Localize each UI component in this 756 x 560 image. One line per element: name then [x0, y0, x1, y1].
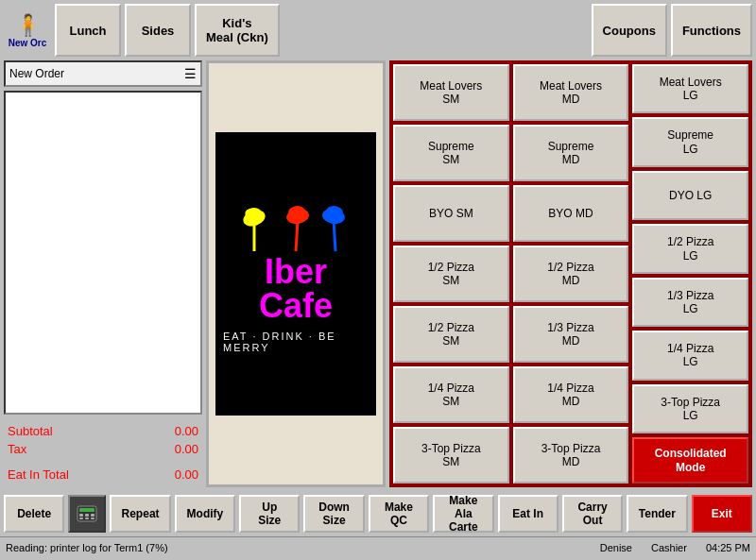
- svg-rect-17: [79, 518, 83, 519]
- tax-label: Tax: [8, 442, 26, 456]
- svg-line-8: [334, 221, 335, 251]
- eat-in-total-value: 0.00: [175, 467, 198, 482]
- menu-btn-byo-md[interactable]: BYO MD: [513, 185, 629, 242]
- up-size-button[interactable]: Up Size: [239, 495, 300, 533]
- app-logo: 🧍 New Orc: [4, 4, 51, 57]
- menu-column-small: Meat LoversSM SupremeSM BYO SM 1/2 Pizza…: [393, 64, 509, 484]
- tender-button[interactable]: Tender: [627, 495, 687, 533]
- menu-btn-supreme-md[interactable]: SupremeMD: [513, 125, 629, 181]
- svg-point-11: [326, 206, 341, 217]
- logo-text: Iber Cafe: [223, 255, 369, 323]
- totals: Subtotal 0.00 Tax 0.00 Eat In Total 0.00: [4, 418, 202, 487]
- consolidated-mode-btn[interactable]: ConsolidatedMode: [632, 437, 748, 484]
- menu-btn-quarter-pizza-sm[interactable]: 1/4 PizzaSM: [393, 366, 509, 423]
- bottom-toolbar: Delete Repeat Modify Up Size Down Size M…: [0, 491, 756, 536]
- palm-red: [277, 195, 315, 251]
- svg-line-4: [296, 221, 298, 251]
- down-size-button[interactable]: Down Size: [303, 495, 364, 533]
- svg-rect-18: [85, 518, 89, 519]
- delete-button[interactable]: Delete: [4, 495, 64, 533]
- palm-yellow: [235, 195, 273, 251]
- menu-btn-byo-sm[interactable]: BYO SM: [393, 185, 509, 242]
- nav-btn-sides[interactable]: Sides: [125, 4, 191, 57]
- status-bar: Reading: printer log for Term1 (7%) Deni…: [0, 536, 756, 557]
- svg-rect-13: [79, 508, 94, 512]
- svg-rect-19: [91, 518, 94, 519]
- nav-btn-coupons[interactable]: Coupons: [592, 4, 667, 57]
- center-panel: Iber Cafe EAT · DRINK · BE MERRY: [206, 60, 386, 487]
- tax-row: Tax 0.00: [4, 440, 202, 458]
- menu-btn-3top-pizza-md[interactable]: 3-Top PizzaMD: [513, 427, 629, 484]
- order-list: [4, 91, 202, 415]
- svg-rect-14: [79, 514, 83, 517]
- status-time: 04:25 PM: [706, 542, 750, 553]
- status-role: Cashier: [651, 542, 687, 553]
- eat-in-total-row: Eat In Total 0.00: [4, 466, 202, 484]
- subtotal-row: Subtotal 0.00: [4, 422, 202, 440]
- top-nav: 🧍 New Orc Lunch Sides Kid's Meal (Ckn) C…: [0, 0, 756, 57]
- svg-rect-16: [91, 514, 94, 517]
- main-content: New Order ☰ Subtotal 0.00 Tax 0.00 Eat I…: [0, 57, 756, 491]
- menu-btn-quarter-pizza-md[interactable]: 1/4 PizzaMD: [513, 366, 629, 423]
- svg-point-3: [247, 208, 262, 219]
- menu-column-large: Meat LoversLG SupremeLG DYO LG 1/2 Pizza…: [632, 64, 748, 484]
- make-qc-button[interactable]: Make QC: [369, 495, 429, 533]
- person-icon: 🧍: [15, 13, 41, 38]
- nav-btn-functions[interactable]: Functions: [671, 4, 752, 57]
- svg-rect-15: [85, 514, 89, 517]
- eat-in-total-label: Eat In Total: [8, 467, 69, 482]
- menu-btn-3top-pizza-lg[interactable]: 3-Top PizzaLG: [632, 384, 748, 433]
- order-title: New Order: [9, 67, 64, 80]
- menu-btn-quarter-pizza-lg[interactable]: 1/4 PizzaLG: [632, 331, 748, 380]
- calculator-icon: [77, 505, 97, 522]
- status-reading: Reading: printer log for Term1 (7%): [6, 542, 600, 553]
- tax-value: 0.00: [175, 442, 198, 456]
- right-panel: Meat LoversSM SupremeSM BYO SM 1/2 Pizza…: [389, 60, 752, 487]
- menu-btn-half-pizza-sm-2[interactable]: 1/2 PizzaSM: [393, 306, 509, 363]
- menu-btn-meat-lovers-sm[interactable]: Meat LoversSM: [393, 64, 509, 121]
- reading-text: Reading: printer log for Term1 (7%): [6, 542, 168, 553]
- palm-trees: [235, 195, 356, 251]
- nav-btn-kids-meal[interactable]: Kid's Meal (Ckn): [195, 4, 280, 57]
- status-right: Denise Cashier 04:25 PM: [600, 542, 750, 553]
- palm-blue: [318, 195, 356, 251]
- menu-btn-meat-lovers-md[interactable]: Meat LoversMD: [513, 64, 629, 121]
- status-user: Denise: [600, 542, 632, 553]
- logo-label: New Orc: [9, 38, 47, 48]
- menu-btn-supreme-sm[interactable]: SupremeSM: [393, 125, 509, 181]
- left-panel: New Order ☰ Subtotal 0.00 Tax 0.00 Eat I…: [4, 60, 202, 487]
- menu-btn-supreme-lg[interactable]: SupremeLG: [632, 117, 748, 166]
- exit-button[interactable]: Exit: [692, 495, 752, 533]
- eat-in-button[interactable]: Eat In: [498, 495, 558, 533]
- menu-column-medium: Meat LoversMD SupremeMD BYO MD 1/2 Pizza…: [513, 64, 629, 484]
- subtotal-value: 0.00: [175, 424, 198, 438]
- menu-btn-third-pizza-lg[interactable]: 1/3 PizzaLG: [632, 278, 748, 327]
- menu-btn-dyo-lg[interactable]: DYO LG: [632, 171, 748, 220]
- logo-tagline: EAT · DRINK · BE MERRY: [223, 331, 369, 353]
- menu-btn-third-pizza-md[interactable]: 1/3 PizzaMD: [513, 306, 629, 363]
- nav-btn-lunch[interactable]: Lunch: [55, 4, 121, 57]
- menu-btn-half-pizza-lg[interactable]: 1/2 PizzaLG: [632, 224, 748, 273]
- menu-btn-3top-pizza-sm[interactable]: 3-Top PizzaSM: [393, 427, 509, 484]
- modify-button[interactable]: Modify: [175, 495, 235, 533]
- make-ala-carte-button[interactable]: Make Ala Carte: [433, 495, 493, 533]
- subtotal-label: Subtotal: [8, 424, 53, 438]
- menu-btn-half-pizza-sm[interactable]: 1/2 PizzaSM: [393, 246, 509, 302]
- carry-out-button[interactable]: Carry Out: [562, 495, 623, 533]
- order-menu-icon[interactable]: ☰: [184, 66, 197, 81]
- menu-btn-half-pizza-md[interactable]: 1/2 PizzaMD: [513, 246, 629, 302]
- logo-box: Iber Cafe EAT · DRINK · BE MERRY: [215, 132, 376, 416]
- calc-button[interactable]: [68, 495, 106, 533]
- repeat-button[interactable]: Repeat: [110, 495, 170, 533]
- order-header: New Order ☰: [4, 60, 202, 87]
- menu-btn-meat-lovers-lg[interactable]: Meat LoversLG: [632, 64, 748, 113]
- svg-point-7: [290, 206, 305, 217]
